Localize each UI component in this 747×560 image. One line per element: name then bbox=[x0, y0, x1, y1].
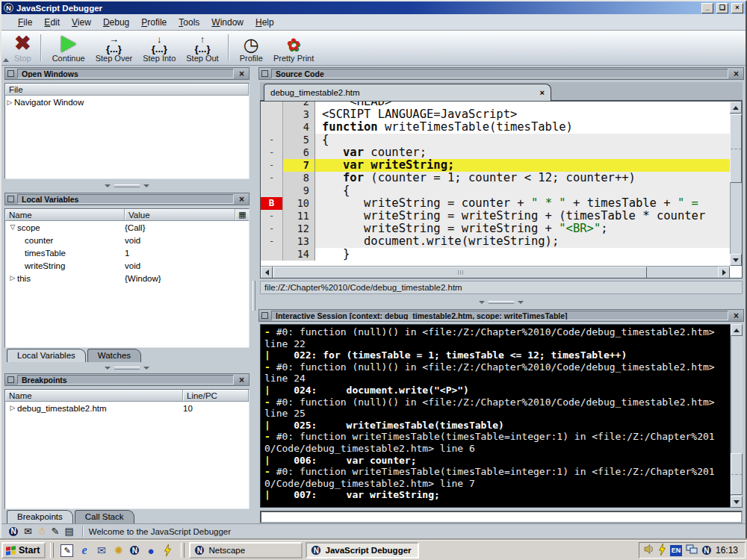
mail-client-icon[interactable]: ✉ bbox=[95, 544, 108, 557]
step-over-button[interactable]: →Step Over bbox=[90, 31, 138, 65]
close-button[interactable]: × bbox=[731, 3, 743, 13]
instant-messenger-icon[interactable]: ☃︎ bbox=[37, 526, 46, 536]
pretty-print-button[interactable]: ✿Pretty Print bbox=[268, 31, 319, 65]
code-line[interactable]: -12 writeString = writeString + "<BR>"; bbox=[261, 223, 730, 235]
continue-button[interactable]: Continue bbox=[47, 31, 90, 65]
step-into-button[interactable]: ↓Step Into bbox=[137, 31, 181, 65]
code-line[interactable]: 9 { bbox=[261, 184, 730, 197]
code-line[interactable]: -8 for (counter = 1; counter < 12; count… bbox=[261, 172, 730, 184]
menu-help[interactable]: Help bbox=[249, 15, 280, 30]
scroll-down-icon[interactable] bbox=[733, 258, 739, 262]
session-input[interactable] bbox=[260, 511, 743, 523]
line-margin[interactable]: - bbox=[261, 235, 283, 248]
source-vscrollbar[interactable] bbox=[730, 102, 742, 266]
menu-profile[interactable]: Profile bbox=[135, 15, 173, 30]
panel-menu-icon[interactable] bbox=[7, 70, 14, 77]
line-margin[interactable]: - bbox=[261, 172, 283, 184]
column-linepc[interactable]: Line/PC bbox=[183, 390, 249, 401]
code-line[interactable]: B10 writeString = counter + " * " + time… bbox=[261, 197, 730, 210]
menu-tools[interactable]: Tools bbox=[173, 15, 205, 30]
mail-icon[interactable]: ✉ bbox=[24, 526, 32, 536]
profile-button[interactable]: ◷Profile bbox=[235, 31, 268, 65]
menu-view[interactable]: View bbox=[66, 15, 97, 30]
close-icon[interactable]: × bbox=[237, 69, 247, 78]
line-margin[interactable] bbox=[261, 248, 283, 261]
line-margin[interactable]: - bbox=[261, 210, 283, 223]
scroll-thumb[interactable] bbox=[731, 453, 743, 495]
line-margin[interactable] bbox=[261, 184, 283, 197]
column-value[interactable]: Value bbox=[125, 209, 235, 220]
line-margin[interactable]: - bbox=[261, 146, 283, 159]
source-file-tab[interactable]: debug_timestable2.htm × bbox=[264, 84, 551, 101]
twisty-icon[interactable]: ▷ bbox=[8, 404, 17, 413]
code-viewport[interactable]: 2 <HEAD>3<SCRIPT LANGUAGE=JavaScript>4fu… bbox=[261, 102, 730, 266]
line-margin[interactable] bbox=[261, 108, 283, 121]
scroll-thumb[interactable] bbox=[273, 267, 647, 279]
menu-debug[interactable]: Debug bbox=[97, 15, 135, 30]
code-line[interactable]: -5{ bbox=[261, 134, 730, 146]
netscape-icon[interactable]: N bbox=[129, 545, 140, 556]
table-row[interactable]: countervoid bbox=[5, 234, 249, 246]
code-line[interactable]: -13 document.write(writeString); bbox=[261, 235, 730, 248]
line-margin[interactable]: - bbox=[261, 223, 283, 235]
variables-tab-watches[interactable]: Watches bbox=[87, 349, 141, 362]
restore-button[interactable]: ❏ bbox=[716, 3, 728, 13]
starburst-icon[interactable]: ✺ bbox=[112, 544, 125, 557]
source-hscrollbar[interactable] bbox=[261, 266, 730, 278]
start-button[interactable]: Start bbox=[1, 542, 46, 559]
network-icon[interactable] bbox=[686, 544, 698, 557]
close-icon[interactable]: × bbox=[237, 195, 247, 204]
code-line[interactable]: 14 } bbox=[261, 248, 730, 261]
breakpoints-tab-breakpoints[interactable]: Breakpoints bbox=[7, 510, 73, 523]
menu-edit[interactable]: Edit bbox=[38, 15, 66, 30]
task-button-javascript-debugger[interactable]: NJavaScript Debugger bbox=[306, 542, 419, 559]
splitter-vertical[interactable] bbox=[249, 67, 258, 524]
variables-tab-local-variables[interactable]: Local Variables bbox=[7, 349, 86, 362]
line-margin[interactable]: - bbox=[261, 159, 283, 172]
code-line[interactable]: -11 writeString = writeString + (timesTa… bbox=[261, 210, 730, 223]
splitter-horizontal[interactable] bbox=[260, 297, 743, 308]
scroll-down-icon[interactable] bbox=[734, 500, 740, 504]
panel-menu-icon[interactable] bbox=[261, 70, 268, 77]
task-button-netscape[interactable]: NNetscape bbox=[189, 542, 303, 559]
line-margin[interactable]: - bbox=[261, 134, 283, 146]
breakpoint-icon[interactable]: B bbox=[261, 197, 283, 210]
panel-menu-icon[interactable] bbox=[261, 312, 268, 319]
column-name[interactable]: Name bbox=[5, 390, 183, 401]
composer-icon[interactable]: ✎ bbox=[52, 526, 60, 536]
breakpoints-tab-call-stack[interactable]: Call Stack bbox=[75, 510, 134, 523]
session-vscrollbar[interactable] bbox=[731, 324, 743, 508]
menu-file[interactable]: File bbox=[12, 15, 38, 30]
code-line[interactable]: -7 var writeString; bbox=[261, 159, 730, 172]
splitter-horizontal[interactable] bbox=[4, 181, 249, 191]
table-row[interactable]: ▷this{Window} bbox=[5, 272, 249, 284]
scroll-up-icon[interactable] bbox=[733, 106, 739, 110]
scroll-left-icon[interactable] bbox=[265, 270, 269, 276]
twisty-icon[interactable]: ▷ bbox=[5, 99, 14, 106]
column-name[interactable]: Name bbox=[5, 209, 125, 220]
line-margin[interactable] bbox=[261, 102, 283, 108]
line-margin[interactable] bbox=[261, 121, 283, 134]
taskbar-grip[interactable] bbox=[50, 543, 54, 558]
scroll-thumb[interactable] bbox=[730, 114, 742, 183]
panel-menu-icon[interactable] bbox=[7, 376, 14, 383]
step-out-button[interactable]: ↑Step Out bbox=[181, 31, 223, 65]
column-file[interactable]: File bbox=[5, 84, 249, 95]
speaker-icon[interactable] bbox=[644, 544, 654, 556]
table-row[interactable]: ▷debug_timestable2.htm10 bbox=[5, 402, 249, 414]
code-line[interactable]: 4function writeTimesTable(timesTable) bbox=[261, 121, 730, 134]
panel-menu-icon[interactable] bbox=[7, 196, 14, 202]
ie-icon[interactable]: e bbox=[78, 544, 90, 557]
close-icon[interactable]: × bbox=[731, 69, 741, 78]
taskbar-grip[interactable] bbox=[181, 543, 185, 558]
table-row[interactable]: ▽scope{Call} bbox=[5, 221, 249, 234]
close-icon[interactable]: × bbox=[731, 311, 741, 320]
splitter-horizontal[interactable] bbox=[4, 363, 249, 373]
netscape-icon[interactable]: N bbox=[701, 545, 712, 556]
minimize-button[interactable]: _ bbox=[701, 3, 713, 13]
toolbar-collapse-icon[interactable] bbox=[3, 58, 9, 62]
table-row[interactable]: writeStringvoid bbox=[5, 259, 249, 272]
stop-button[interactable]: ✖Stop bbox=[9, 31, 37, 65]
list-item[interactable]: ▷Navigator Window bbox=[5, 96, 249, 108]
twisty-icon[interactable]: ▷ bbox=[8, 274, 17, 283]
